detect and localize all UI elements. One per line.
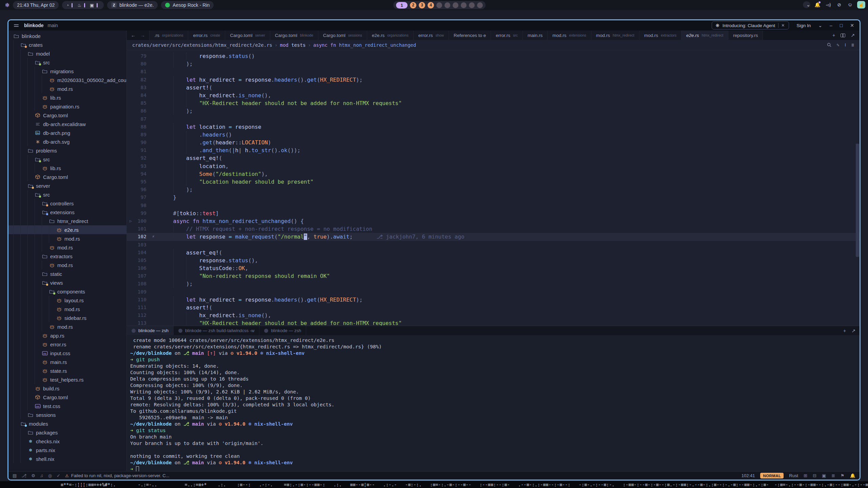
sign-in-button[interactable]: Sign In	[796, 23, 811, 28]
tree-item-mod.rs[interactable]: mod.rs	[8, 234, 126, 243]
grid-icon[interactable]: ⊞	[804, 473, 807, 478]
user-menu-chevron-icon[interactable]: ⌄	[818, 23, 822, 28]
tree-item-app.rs[interactable]: app.rs	[8, 331, 126, 340]
workspace-empty[interactable]	[453, 2, 458, 8]
code-line-80[interactable]: 80 );	[127, 60, 860, 68]
active-window-widget[interactable]: Z blinkode — e2e.	[107, 1, 158, 9]
owl-icon[interactable]: ଡ	[846, 2, 854, 8]
tree-item-sessions[interactable]: sessions	[8, 410, 126, 419]
tree-item-db-arch.excalidraw[interactable]: db-arch.excalidraw	[8, 120, 126, 128]
tree-item-extensions[interactable]: extensions	[8, 208, 126, 217]
code-line-84[interactable]: 84 hx_redirect.is_none(),	[127, 92, 860, 99]
settings-gear-icon[interactable]: ⚙	[31, 473, 35, 478]
tab-error.rs[interactable]: error.rsshow	[414, 30, 449, 40]
tree-item-problems[interactable]: problems	[8, 146, 126, 155]
tree-item-Cargo.toml[interactable]: Cargo.toml	[8, 111, 126, 120]
tree-item-build.rs[interactable]: build.rs	[8, 384, 126, 393]
tree-item-blinkode[interactable]: blinkode	[8, 32, 126, 40]
workspace-2[interactable]: 2	[410, 2, 416, 8]
terminal-tab[interactable]: blinkode — zsh	[127, 326, 174, 335]
buffer-search-icon[interactable]	[827, 43, 831, 47]
tree-item-layout.rs[interactable]: layout.rs	[8, 296, 126, 305]
code-editor[interactable]: 79 response.status()80 );8182 let hx_red…	[127, 50, 860, 326]
tab-e2e.rs[interactable]: e2e.rshtmx_redirect	[682, 30, 728, 40]
code-line-85[interactable]: 85 "HX-Redirect header should not be add…	[127, 99, 860, 107]
code-line-111[interactable]: 111 assert!(	[127, 304, 860, 311]
distro-logo-icon[interactable]: ❄	[5, 2, 9, 9]
breadcrumb-fn-name[interactable]: htmx_non_redirect_unchanged	[339, 42, 416, 48]
tree-item-components[interactable]: components	[8, 287, 126, 296]
tab-mod.rs[interactable]: mod.rshtmx_redirect	[591, 30, 639, 40]
tree-item-parts.nix[interactable]: ❄parts.nix	[8, 446, 126, 454]
project-panel[interactable]: blinkodecratesmodelsrcmigrationsm2026033…	[8, 30, 127, 471]
terminal-tab[interactable]: blinkode — zsh build-tailwindcss -w	[174, 326, 259, 335]
code-line-99[interactable]: 99 #[tokio::test]	[127, 209, 860, 217]
touch-cursor-icon[interactable]: ☝	[857, 1, 865, 8]
breadcrumb-mod-name[interactable]: tests	[291, 42, 305, 48]
code-line-105[interactable]: 105 response.status(),	[127, 257, 860, 264]
stats-widget[interactable]: ◔ ♨ ▣	[62, 1, 104, 9]
git-branch-icon[interactable]: ⎇	[21, 473, 26, 478]
media-widget[interactable]: Aesop Rock - Rin	[161, 1, 214, 9]
tree-item-Cargo.toml[interactable]: Cargo.toml	[8, 172, 126, 181]
tab-Cargo.toml[interactable]: Cargo.tomlserver	[225, 30, 270, 40]
effects-off-icon[interactable]: ⊘	[835, 2, 843, 7]
terminal-panel[interactable]: blinkode — zshblinkode — zsh build-tailw…	[127, 326, 860, 471]
code-line-79[interactable]: 79 response.status()	[127, 52, 860, 60]
tree-item-model[interactable]: model	[8, 49, 126, 58]
list-icon[interactable]: ≣	[831, 473, 835, 478]
breadcrumb[interactable]: crates/server/src/extensions/htmx_redire…	[127, 40, 860, 50]
tab-mod.rs[interactable]: mod.rsextensions	[548, 30, 591, 40]
tree-item-test.css[interactable]: csstest.css	[8, 402, 126, 410]
workspace-4[interactable]: 4	[428, 2, 434, 8]
project-name[interactable]: blinkode	[24, 23, 44, 28]
run-test-icon[interactable]: ▷	[130, 217, 132, 225]
volume-icon[interactable]: ◅⟩	[825, 2, 832, 7]
cursor-info-icon[interactable]: Ⅰ	[845, 42, 846, 47]
code-line-95[interactable]: 95 "Location header should be present"	[127, 178, 860, 186]
workspace-empty[interactable]	[477, 2, 483, 8]
language-selector[interactable]: Rust	[789, 473, 798, 478]
editor-menu-icon[interactable]: ≣	[851, 42, 854, 47]
tree-item-test-helpers.rs[interactable]: test_helpers.rs	[8, 375, 126, 384]
target-icon[interactable]: ◎	[48, 473, 52, 478]
code-line-113[interactable]: 113 "HX-Redirect header should not be ad…	[127, 319, 860, 326]
code-line-94[interactable]: 94 Some("/destination"),	[127, 170, 860, 178]
tree-item-htmx-redirect[interactable]: htmx_redirect	[8, 217, 126, 225]
code-line-103[interactable]: 103	[127, 241, 860, 249]
tree-item-sidebar.rs[interactable]: sidebar.rs	[8, 313, 126, 322]
editor-scrollbar[interactable]	[855, 50, 860, 326]
tab-error.rs[interactable]: error.rscreate	[188, 30, 225, 40]
panel-right-icon[interactable]: ▣	[822, 473, 826, 478]
tree-item-main.rs[interactable]: main.rs	[8, 358, 126, 366]
tree-item-src[interactable]: src	[8, 58, 126, 67]
tree-item-src[interactable]: src	[8, 190, 126, 199]
code-line-98[interactable]: 98	[127, 202, 860, 209]
tree-item-static[interactable]: static	[8, 269, 126, 278]
split-pane-icon[interactable]	[841, 34, 845, 37]
code-line-90[interactable]: 90 .get(header::LOCATION)	[127, 139, 860, 146]
tree-item-pagination.rs[interactable]: pagination.rs	[8, 102, 126, 111]
code-line-93[interactable]: 93 location,	[127, 162, 860, 170]
code-line-89[interactable]: 89 .headers()	[127, 131, 860, 139]
tree-item-db-arch.svg[interactable]: db-arch.svg	[8, 137, 126, 146]
tab-Cargo.toml[interactable]: Cargo.tomlblinkode	[270, 30, 318, 40]
workspace-empty[interactable]	[445, 2, 450, 8]
git-branch-label[interactable]: main	[48, 23, 58, 28]
minimize-button[interactable]: –	[830, 23, 832, 28]
workspace-3[interactable]: 3	[419, 2, 425, 8]
tree-item-shell.nix[interactable]: ❄shell.nix	[8, 454, 126, 463]
code-line-108[interactable]: 108 );	[127, 280, 860, 288]
close-button[interactable]: ✕	[850, 23, 854, 28]
code-line-107[interactable]: 107 "Non-redirect response should remain…	[127, 272, 860, 280]
terminal-output[interactable]: create mode 100644 crates/server/src/ext…	[127, 335, 860, 471]
code-line-97[interactable]: 97 }	[127, 194, 860, 201]
code-line-81[interactable]: 81	[127, 68, 860, 76]
notification-bell-icon[interactable]: 🔔	[814, 2, 821, 7]
tree-item-mod.rs[interactable]: mod.rs	[8, 243, 126, 252]
tree-item-crates[interactable]: crates	[8, 40, 126, 49]
cursor-position[interactable]: 102:41	[742, 473, 755, 478]
code-line-112[interactable]: 112 hx_redirect.is_none(),	[127, 311, 860, 319]
code-line-83[interactable]: 83 assert!(	[127, 84, 860, 92]
code-line-106[interactable]: 106 StatusCode::OK,	[127, 264, 860, 272]
